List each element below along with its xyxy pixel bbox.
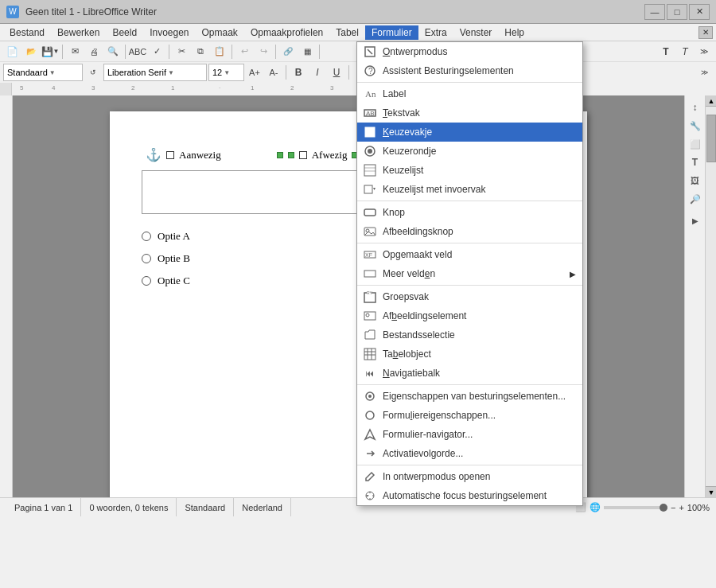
style-dropdown[interactable]: Standaard ▼: [3, 64, 83, 81]
menu-formulier-navigator[interactable]: Formulier-navigator...: [357, 425, 582, 444]
menu-bestandsselectie[interactable]: Bestandsselectie: [357, 325, 582, 345]
menu-activatievolgorde[interactable]: Activatievolgorde...: [357, 444, 582, 463]
bold-btn[interactable]: T: [657, 43, 675, 60]
menu-beeld[interactable]: Beeld: [106, 25, 143, 40]
aanwezig-checkbox[interactable]: [166, 151, 174, 159]
assistent-icon: ?: [360, 61, 379, 80]
more-toolbar-btn[interactable]: ≫: [695, 64, 713, 81]
maximize-button[interactable]: □: [667, 4, 687, 20]
automatische-focus-label: Automatische focus besturingselement: [383, 490, 576, 501]
menu-keuzevakje[interactable]: ☑ Keuzevakje: [357, 123, 582, 142]
underline-format-btn[interactable]: U: [328, 64, 345, 81]
increase-size-btn[interactable]: A+: [246, 64, 263, 81]
menu-extra[interactable]: Extra: [418, 25, 453, 40]
menu-keuzerondje[interactable]: Keuzerondje: [357, 142, 582, 161]
email-button[interactable]: ✉: [66, 43, 84, 60]
zoom-thumb[interactable]: [660, 504, 667, 512]
menu-tabel[interactable]: Tabel: [329, 25, 365, 40]
menu-afbeeldingselement[interactable]: Afbeeldingselement: [357, 306, 582, 325]
font-dropdown[interactable]: Liberation Serif ▼: [103, 64, 207, 81]
zoom-in-btn[interactable]: +: [679, 503, 683, 512]
menu-venster[interactable]: Venster: [453, 25, 499, 40]
view-web-btn[interactable]: 🌐: [590, 502, 601, 512]
right-expand-btn[interactable]: ▶: [687, 212, 704, 229]
right-tool-3[interactable]: ⬜: [687, 135, 704, 153]
menu-bestand[interactable]: Bestand: [3, 25, 51, 40]
menu-help[interactable]: Help: [498, 25, 531, 40]
right-tool-5[interactable]: 🖼: [687, 172, 704, 189]
size-dropdown[interactable]: 12 ▼: [208, 64, 244, 81]
save-dropdown[interactable]: 💾▼: [41, 43, 59, 60]
zoom-out-btn[interactable]: −: [671, 503, 675, 512]
option-c-radio[interactable]: [142, 276, 151, 286]
menu-afbeeldingsknop[interactable]: Afbeeldingsknop: [357, 222, 582, 241]
menu-tabelobject[interactable]: Tabelobject: [357, 345, 582, 364]
option-b-radio[interactable]: [142, 254, 151, 263]
minimize-button[interactable]: —: [644, 4, 665, 20]
menu-in-ontwerpmodus[interactable]: In ontwerpmodus openen: [357, 467, 582, 486]
paste-button[interactable]: 📋: [211, 43, 228, 60]
menu-label-item[interactable]: An Label: [357, 84, 582, 103]
zoom-slider[interactable]: [604, 506, 667, 509]
option-a-radio[interactable]: [142, 232, 151, 241]
table-btn[interactable]: ▦: [298, 43, 316, 60]
menu-bewerken[interactable]: Bewerken: [51, 25, 106, 40]
menu-opgemaakt-veld[interactable]: XF Opgemaakt veld: [357, 245, 582, 264]
menu-keuzelijst[interactable]: Keuzelijst: [357, 161, 582, 180]
redo-btn[interactable]: ↪: [255, 43, 272, 60]
svg-point-10: [368, 149, 372, 154]
menu-ontwerpmodus[interactable]: Ontwerpmodus: [357, 42, 582, 61]
nav-btn[interactable]: ≫: [695, 43, 713, 60]
right-tool-1[interactable]: ↕: [687, 99, 704, 116]
knop-label: Knop: [383, 207, 576, 218]
menu-eigenschappen[interactable]: Eigenschappen van besturingselementen...: [357, 387, 582, 406]
status-right: ⬜ 🌐 − + 100%: [575, 502, 710, 512]
menu-automatische-focus[interactable]: Automatische focus besturingselement: [357, 486, 582, 505]
ruler-mark3: 3: [330, 84, 333, 92]
sep5: [275, 45, 276, 59]
close-button[interactable]: ✕: [689, 4, 710, 20]
automatische-focus-icon: [360, 486, 379, 505]
copy-button[interactable]: ⧉: [192, 43, 209, 60]
menu-knop[interactable]: Knop: [357, 203, 582, 222]
menu-opmaakprofielen[interactable]: Opmaakprofielen: [244, 25, 329, 40]
menu-meer-velden[interactable]: Meer velden ▶: [357, 264, 582, 283]
afwezig-label: Afwezig: [312, 149, 348, 162]
menu-assistent[interactable]: ? Assistent Besturingselementen: [357, 61, 582, 80]
print-button[interactable]: 🖨: [85, 43, 103, 60]
menu-tekstvak[interactable]: ABC Tekstvak: [357, 103, 582, 123]
style-update-btn[interactable]: ↺: [84, 64, 102, 81]
navigatiebalk-label: Navigatiebalk: [383, 368, 576, 379]
menu-formulier[interactable]: Formulier: [365, 25, 418, 40]
menu-invoegen[interactable]: Invoegen: [143, 25, 195, 40]
italic-format-btn[interactable]: I: [309, 64, 326, 81]
menu-navigatiebalk[interactable]: ⏮ Navigatiebalk: [357, 364, 582, 383]
decrease-size-btn[interactable]: A-: [265, 64, 282, 81]
menu-keuzelijst-invoervak[interactable]: Keuzelijst met invoervak: [357, 180, 582, 199]
bold-format-btn[interactable]: B: [290, 64, 307, 81]
spell-button[interactable]: ABC: [129, 43, 146, 60]
scroll-up-button[interactable]: ▲: [706, 95, 716, 107]
hyperlink-btn[interactable]: 🔗: [279, 43, 297, 60]
menu-opmaak[interactable]: Opmaak: [196, 25, 244, 40]
scroll-thumb[interactable]: [706, 115, 716, 162]
right-tool-4[interactable]: T: [687, 154, 704, 171]
afwezig-checkbox[interactable]: [299, 151, 307, 159]
autocorrect-button[interactable]: ✓: [148, 43, 165, 60]
doc-close-button[interactable]: ✕: [698, 26, 713, 39]
formulier-dropdown-menu: Ontwerpmodus ? Assistent Besturingseleme…: [356, 41, 583, 506]
cut-button[interactable]: ✂: [173, 43, 190, 60]
label-icon: An: [360, 84, 379, 103]
preview-button[interactable]: 🔍: [104, 43, 122, 60]
right-tool-6[interactable]: 🔎: [687, 190, 704, 208]
new-button[interactable]: 📄: [3, 43, 21, 60]
undo-btn[interactable]: ↩: [235, 43, 253, 60]
open-button[interactable]: 📂: [22, 43, 40, 60]
menu-formuliereigenschappen[interactable]: Formuliereigenschappen...: [357, 406, 582, 425]
scroll-track[interactable]: [706, 107, 716, 486]
scroll-down-button[interactable]: ▼: [706, 486, 716, 497]
menu-groepsvak[interactable]: RY Groepsvak: [357, 287, 582, 306]
italic-btn[interactable]: T: [676, 43, 694, 60]
right-tool-2[interactable]: 🔧: [687, 117, 704, 134]
ruler-mark2: 2: [290, 84, 294, 92]
